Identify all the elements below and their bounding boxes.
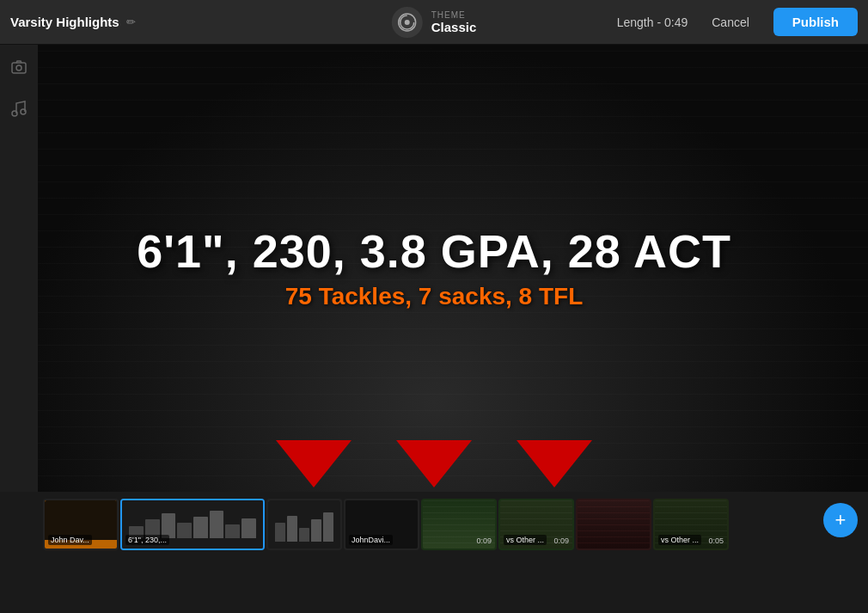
- theme-name: Classic: [431, 20, 477, 34]
- add-clip-button[interactable]: +: [823, 503, 858, 537]
- clip-5-duration: 0:09: [476, 536, 492, 545]
- edit-icon[interactable]: ✏: [126, 15, 136, 28]
- cancel-button[interactable]: Cancel: [701, 10, 760, 34]
- clip-7[interactable]: [576, 499, 651, 550]
- clip-2-label: 6'1", 230,...: [125, 535, 169, 545]
- logo-icon[interactable]: [392, 7, 423, 38]
- stats-sub-text: 75 Tackles, 7 sacks, 8 TFL: [137, 283, 731, 310]
- header-center: THEME Classic: [392, 7, 477, 38]
- main-video-area: 6'1", 230, 3.8 GPA, 28 ACT 75 Tackles, 7…: [0, 45, 868, 492]
- clip-8[interactable]: vs Other ... 0:05: [653, 499, 729, 550]
- clip-6-label: vs Other ...: [504, 535, 547, 545]
- project-title: Varsity Highlights: [10, 15, 119, 29]
- clip-4-label: JohnDavi...: [349, 535, 393, 545]
- camera-icon[interactable]: [7, 55, 31, 79]
- theme-label: THEME: [431, 10, 477, 20]
- theme-info: THEME Classic: [431, 10, 477, 34]
- header-left: Varsity Highlights ✏: [10, 15, 617, 29]
- timeline: John Dav... 6'1", 230,...: [0, 492, 868, 613]
- header: Varsity Highlights ✏ THEME Classic Lengt…: [0, 0, 868, 45]
- music-icon[interactable]: [7, 96, 31, 120]
- publish-button[interactable]: Publish: [773, 8, 858, 36]
- length-display: Length - 0:49: [617, 15, 688, 29]
- stats-main-text: 6'1", 230, 3.8 GPA, 28 ACT: [137, 226, 731, 277]
- clip-3[interactable]: [266, 499, 342, 550]
- clip-8-label: vs Other ...: [658, 535, 701, 545]
- clip-5[interactable]: 0:09: [421, 499, 497, 550]
- clip-1[interactable]: John Dav...: [43, 499, 119, 550]
- svg-point-3: [16, 65, 21, 70]
- clip-6-duration: 0:09: [553, 536, 569, 545]
- clip-4[interactable]: JohnDavi...: [344, 499, 419, 550]
- video-overlay: 6'1", 230, 3.8 GPA, 28 ACT 75 Tackles, 7…: [137, 226, 731, 310]
- clip-2[interactable]: 6'1", 230,...: [120, 499, 265, 550]
- clip-6[interactable]: vs Other ... 0:09: [498, 499, 574, 550]
- left-sidebar: [0, 45, 38, 492]
- svg-rect-2: [12, 63, 26, 73]
- clip-1-label: John Dav...: [48, 535, 92, 545]
- header-right: Length - 0:49 Cancel Publish: [617, 8, 858, 36]
- clip-8-duration: 0:05: [708, 536, 724, 545]
- svg-point-1: [405, 20, 410, 25]
